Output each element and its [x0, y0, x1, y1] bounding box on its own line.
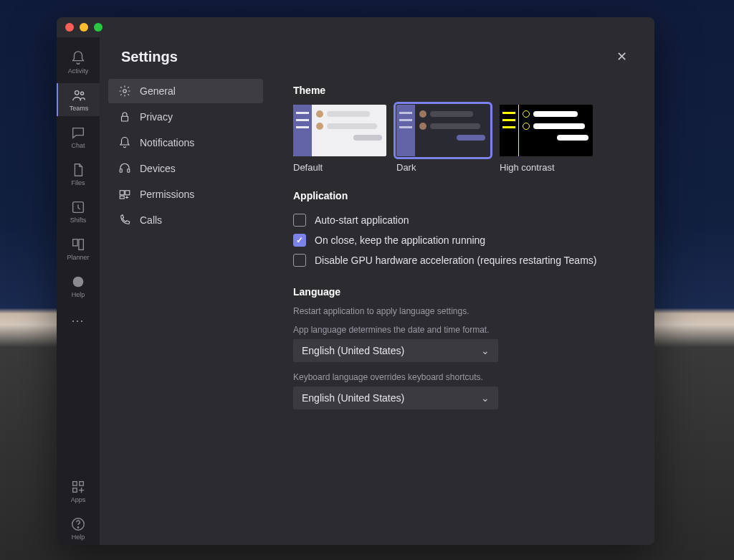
- checkbox-autostart[interactable]: [293, 214, 306, 227]
- theme-option-dark[interactable]: Dark: [396, 105, 490, 173]
- svg-rect-14: [128, 169, 130, 173]
- checkbox-keep-running[interactable]: [293, 234, 306, 247]
- window-minimize-button[interactable]: [80, 23, 88, 32]
- rail-item-activity[interactable]: Activity: [57, 46, 100, 79]
- headset-icon: [118, 162, 131, 175]
- rail-item-apps[interactable]: Apps: [57, 475, 100, 508]
- nav-label: Privacy: [140, 111, 173, 123]
- checkbox-label: On close, keep the application running: [315, 234, 485, 246]
- rail-item-help-info[interactable]: Help: [57, 270, 100, 303]
- gear-icon: [118, 85, 131, 98]
- lock-icon: [118, 110, 131, 123]
- language-section-title: Language: [293, 286, 633, 298]
- app-window: ⋯ Activity Teams Chat Files Shifts Plann…: [57, 17, 654, 545]
- info-icon: [70, 274, 86, 290]
- nav-item-privacy[interactable]: Privacy: [108, 105, 263, 129]
- rail-item-shifts[interactable]: Shifts: [57, 195, 100, 228]
- svg-rect-13: [120, 169, 122, 173]
- svg-rect-8: [73, 488, 77, 493]
- theme-options: Default Dark: [293, 105, 633, 173]
- checkbox-row-autostart: Auto-start application: [293, 210, 633, 230]
- svg-rect-3: [73, 239, 77, 246]
- keyboard-language-select[interactable]: English (United States) ⌄: [293, 386, 498, 409]
- svg-rect-4: [79, 239, 83, 250]
- rail-label: Apps: [71, 496, 86, 503]
- app-language-note: App language determines the date and tim…: [293, 325, 633, 335]
- theme-option-high-contrast[interactable]: High contrast: [500, 105, 593, 173]
- svg-point-0: [75, 91, 80, 95]
- select-value: English (United States): [302, 345, 404, 356]
- rail-label: Help: [72, 533, 85, 541]
- help-icon: [70, 516, 86, 532]
- checkbox-row-keep-running: On close, keep the application running: [293, 230, 633, 250]
- window-close-button[interactable]: [65, 23, 74, 32]
- file-icon: [70, 162, 86, 178]
- key-icon: [118, 188, 131, 201]
- apps-icon: [70, 479, 86, 495]
- close-icon[interactable]: ✕: [611, 46, 633, 67]
- svg-point-11: [123, 90, 127, 93]
- svg-point-1: [81, 92, 84, 95]
- checkbox-disable-gpu[interactable]: [293, 254, 306, 267]
- nav-item-devices[interactable]: Devices: [108, 156, 263, 181]
- svg-point-5: [73, 277, 84, 288]
- svg-point-10: [77, 527, 78, 528]
- theme-preview-high-contrast: [500, 105, 593, 156]
- theme-section-title: Theme: [293, 85, 633, 96]
- rail-more-icon[interactable]: ⋯: [71, 307, 85, 334]
- modal-header: Settings ✕: [100, 37, 654, 75]
- theme-label: Dark: [396, 162, 490, 173]
- nav-item-calls[interactable]: Calls: [108, 208, 263, 232]
- rail-label: Teams: [70, 105, 89, 112]
- rail-item-planner[interactable]: Planner: [57, 232, 100, 265]
- theme-preview-dark: [396, 105, 490, 156]
- app-language-select[interactable]: English (United States) ⌄: [293, 339, 498, 362]
- rail-label: Help: [72, 291, 85, 298]
- theme-label: High contrast: [500, 162, 593, 173]
- bell-icon: [70, 50, 86, 66]
- rail-label: Activity: [68, 67, 89, 75]
- theme-option-default[interactable]: Default: [293, 105, 386, 173]
- settings-nav: General Privacy Notifications Devices Pe…: [100, 75, 272, 545]
- rail-label: Chat: [71, 142, 85, 149]
- language-restart-note: Restart application to apply language se…: [293, 306, 633, 316]
- bell-icon: [118, 136, 131, 149]
- checkbox-row-disable-gpu: Disable GPU hardware acceleration (requi…: [293, 250, 633, 270]
- settings-modal: Settings ✕ General Privacy Notifications: [100, 37, 654, 545]
- rail-item-bottom-help[interactable]: Help: [57, 512, 100, 545]
- rail-label: Files: [71, 179, 85, 186]
- svg-rect-17: [120, 196, 124, 199]
- window-zoom-button[interactable]: [94, 23, 103, 32]
- planner-icon: [70, 237, 86, 252]
- nav-item-general[interactable]: General: [108, 79, 263, 103]
- nav-item-notifications[interactable]: Notifications: [108, 130, 263, 155]
- titlebar: [57, 17, 654, 37]
- nav-label: Notifications: [140, 137, 194, 148]
- rail-item-chat[interactable]: Chat: [57, 120, 100, 153]
- svg-rect-15: [120, 191, 124, 195]
- svg-rect-7: [80, 482, 84, 486]
- rail-item-teams[interactable]: Teams: [57, 83, 100, 116]
- nav-label: General: [140, 85, 176, 97]
- phone-icon: [118, 214, 131, 227]
- nav-item-permissions[interactable]: Permissions: [108, 182, 263, 207]
- svg-rect-16: [125, 191, 130, 195]
- theme-label: Default: [293, 162, 386, 173]
- app-rail: Activity Teams Chat Files Shifts Planner…: [57, 37, 100, 545]
- theme-preview-default: [293, 105, 386, 156]
- people-icon: [71, 87, 87, 103]
- checkbox-label: Auto-start application: [315, 214, 409, 226]
- chat-icon: [70, 125, 86, 141]
- checkbox-label: Disable GPU hardware acceleration (requi…: [315, 255, 596, 266]
- application-section-title: Application: [293, 190, 633, 201]
- keyboard-language-note: Keyboard language overrides keyboard sho…: [293, 372, 633, 382]
- settings-content: Theme Default: [272, 75, 654, 545]
- rail-label: Planner: [67, 254, 89, 261]
- chevron-down-icon: ⌄: [481, 345, 490, 356]
- clock-icon: [70, 199, 86, 215]
- rail-label: Shifts: [70, 217, 87, 224]
- nav-label: Permissions: [140, 189, 194, 200]
- chevron-down-icon: ⌄: [481, 392, 490, 404]
- rail-item-files[interactable]: Files: [57, 158, 100, 191]
- svg-rect-6: [73, 482, 77, 486]
